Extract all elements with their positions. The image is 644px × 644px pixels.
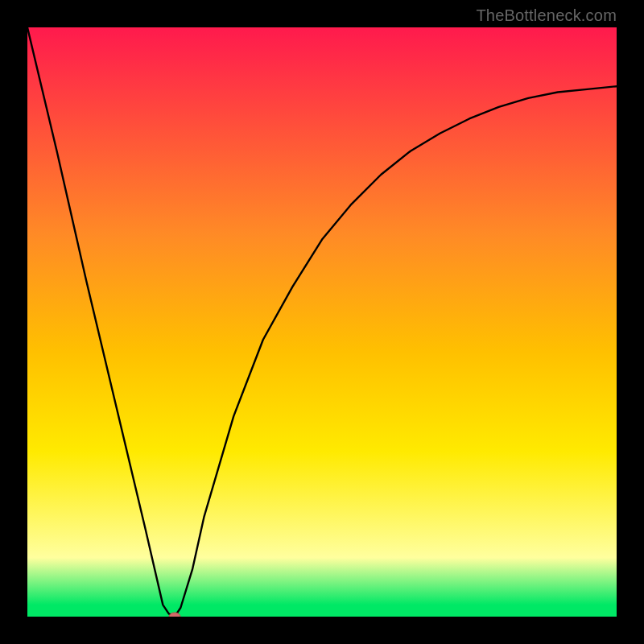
chart-svg — [27, 27, 617, 617]
watermark-text: TheBottleneck.com — [476, 6, 617, 25]
chart-frame: TheBottleneck.com — [0, 0, 644, 644]
chart-background-gradient — [27, 27, 617, 617]
chart-plot-area — [27, 27, 617, 617]
